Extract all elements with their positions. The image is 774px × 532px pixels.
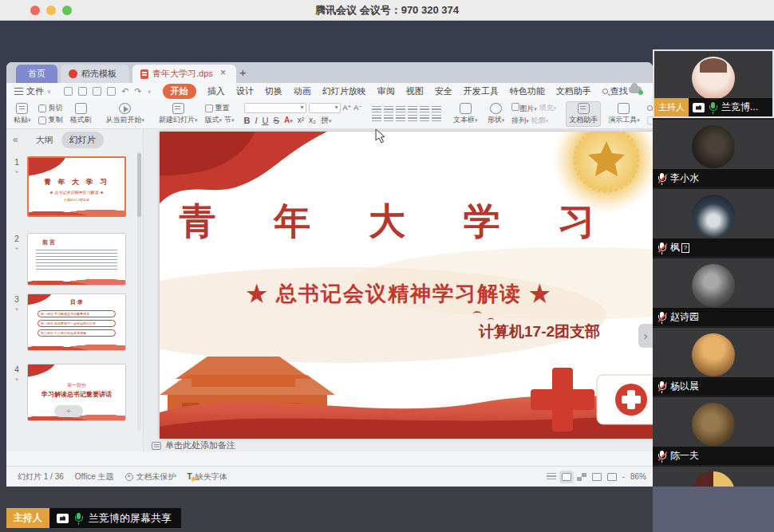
cut-button[interactable]: 剪切 [38,103,63,113]
notes-bar[interactable]: 单击此处添加备注 [144,439,653,451]
participant-tile-partial[interactable] [653,466,774,487]
ribbon-tab-features[interactable]: 特色功能 [510,85,545,97]
preview-icon[interactable] [107,87,116,96]
columns-icon[interactable] [432,106,441,113]
line-spacing-icon[interactable] [432,115,441,122]
tab-slides[interactable]: 幻灯片 [61,132,104,148]
mic-on-icon[interactable] [709,102,717,113]
font-size-select[interactable] [309,103,341,113]
textbox-button[interactable]: 文本框▾ [451,102,480,126]
align-center-icon[interactable] [384,115,393,122]
collapse-sidebar-icon[interactable]: « [13,134,18,145]
ribbon-tab-design[interactable]: 设计 [236,85,254,97]
next-slide-arrow[interactable]: › [638,324,653,348]
slide-thumbnail[interactable]: 青 年 大 学 习 ★ 总书记会议精神学习解读 ★ 计算机17-2团支部 [27,156,126,217]
distribute-icon[interactable] [420,115,429,122]
cloud-sync-icon[interactable] [629,86,642,93]
ribbon-tab-transition[interactable]: 切换 [265,85,282,97]
paste-button[interactable]: 粘贴▾ [11,102,34,126]
ribbon-tab-devtools[interactable]: 开发工具 [464,85,499,97]
ribbon-tab-animation[interactable]: 动画 [294,85,311,97]
slide-subtitle-text[interactable]: ★ 总书记会议精神学习解读 ★ [160,280,638,308]
slide-thumb-row-3[interactable]: 3 目 录 第一部分 学习解读总书记重要讲话 第二部分 如何贯彻下一步疫情防控工… [6,294,126,351]
slide-thumb-row-2[interactable]: 2 前 言 [6,233,126,286]
close-tab-icon[interactable]: × [220,67,226,78]
participant-tile[interactable]: 赵诗园 [653,258,774,326]
tab-outline[interactable]: 大纲 [28,132,61,148]
file-menu-button[interactable]: 文件 ∨ [6,85,57,97]
output-icon[interactable] [78,87,87,96]
close-window-button[interactable] [30,6,40,15]
strikethrough-button[interactable]: S [274,116,279,125]
align-right-icon[interactable] [396,115,405,122]
fill-button[interactable]: 填充▾ [539,103,557,113]
zoom-out-button[interactable]: - [622,472,625,481]
ribbon-tab-slideshow[interactable]: 幻灯片放映 [322,85,366,97]
outline-button[interactable]: 轮廓▾ [531,116,549,126]
mic-muted-icon[interactable] [658,312,666,323]
zoom-level[interactable]: 86% [630,472,646,481]
underline-button[interactable]: U [263,116,269,125]
picture-button[interactable]: 图片▾ [511,103,537,114]
slide-title-text[interactable]: 青 年 大 学 习 [160,197,638,246]
chevron-down-icon[interactable]: ∨ [148,89,152,95]
present-tools-button[interactable]: 演示工具▾ [606,102,642,126]
reset-button[interactable]: 重置 [205,103,235,113]
increase-font-button[interactable]: A⁺ [343,104,352,112]
normal-view-icon[interactable] [562,473,571,481]
pinyin-button[interactable]: 拼▾ [321,115,332,126]
redo-icon[interactable]: ↷ [134,86,141,97]
ribbon-tab-insert[interactable]: 插入 [207,85,225,97]
italic-button[interactable]: I [255,116,258,125]
shape-button[interactable]: 形状▾ [485,102,507,126]
mic-muted-icon[interactable] [658,451,666,462]
find-button[interactable]: 查找 [647,103,653,113]
tab-docer-templates[interactable]: 稻壳模板 [61,65,129,83]
participant-tile[interactable]: 枫? [653,188,774,257]
numbering-icon[interactable] [384,106,393,113]
missing-font-status[interactable]: T 缺失字体 [188,471,227,483]
new-tab-icon[interactable]: + [239,65,247,79]
layout-button[interactable]: 版式▾ [205,115,223,125]
format-painter-button[interactable]: 格式刷 [68,102,94,126]
section-button[interactable]: 节▾ [224,115,235,125]
add-slide-button[interactable]: + [54,405,83,417]
minimize-window-button[interactable] [46,6,56,15]
mic-muted-icon[interactable] [658,173,666,184]
ribbon-tab-view[interactable]: 视图 [406,85,424,97]
slide-sorter-icon[interactable] [577,473,586,481]
copy-button[interactable]: 复制 [38,115,63,125]
slide-thumbnail[interactable]: 前 言 [27,233,126,286]
notes-placeholder[interactable]: 单击此处添加备注 [165,439,235,451]
tab-home[interactable]: 首页 [16,65,57,83]
ribbon-tab-doc-assistant[interactable]: 文档助手 [556,85,591,97]
ribbon-tab-start[interactable]: 开始 [163,84,196,99]
save-icon[interactable] [64,87,73,96]
justify-icon[interactable] [408,115,417,122]
decrease-font-button[interactable]: A⁻ [353,104,362,112]
participant-tile[interactable]: 杨以晨 [653,327,774,396]
reading-view-icon[interactable] [592,473,602,481]
participant-tile[interactable]: 陈一夫 [653,396,774,465]
print-icon[interactable] [93,87,101,96]
font-name-select[interactable] [244,103,306,113]
slideshow-icon[interactable] [607,473,617,481]
outdent-icon[interactable] [396,106,405,113]
subscript-button[interactable]: x₂ [309,116,316,124]
notes-toggle-icon[interactable] [547,473,556,480]
font-color-button[interactable]: A▾ [284,116,293,124]
bullets-icon[interactable] [372,106,381,113]
mic-muted-icon[interactable] [658,242,666,254]
participant-tile-host[interactable]: 主持人 兰竞博... [653,49,774,118]
find-menu[interactable]: 查找 [602,85,628,97]
theme-label[interactable]: Office 主题 [75,471,114,483]
slide-canvas[interactable]: 青 年 大 学 习 ★ 总书记会议精神学习解读 ★ 计算机17-2团支部 [160,132,653,439]
slide-thumbnail[interactable]: 目 录 第一部分 学习解读总书记重要讲话 第二部分 如何贯彻下一步疫情防控工作 … [27,294,126,351]
arrange-button[interactable]: 排列▾ [511,116,529,126]
replace-button[interactable]: 替换▾ [647,115,653,125]
undo-icon[interactable]: ↶ [121,86,128,97]
mic-muted-icon[interactable] [658,381,666,392]
slide-byline-text[interactable]: 计算机17-2团支部 [479,321,600,342]
doc-protect-status[interactable]: 文档未保护 [125,471,176,483]
sidebar-scrollbar-thumb[interactable] [137,153,141,217]
